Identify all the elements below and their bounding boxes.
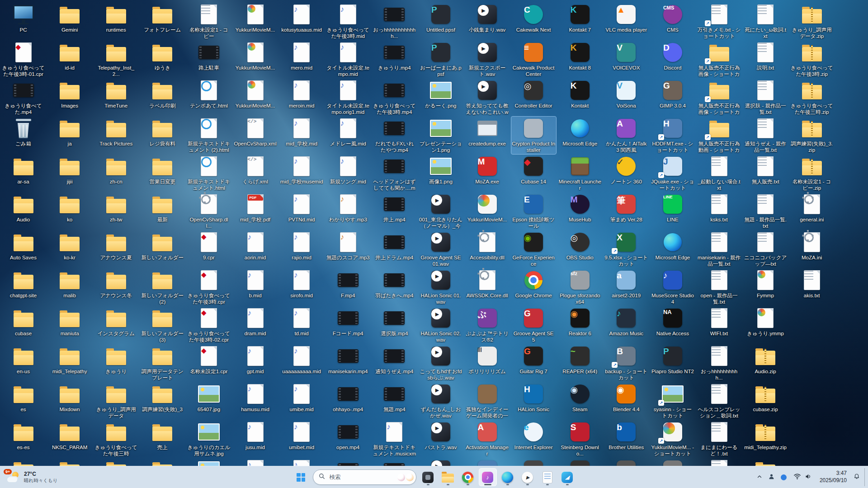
- desktop-icon[interactable]: きゅうり.mp4: [372, 41, 417, 72]
- desktop-icon[interactable]: eInternet Explorer: [511, 420, 556, 451]
- desktop-icon[interactable]: LINELINE: [650, 192, 695, 224]
- desktop-icon[interactable]: [94, 458, 138, 466]
- desktop-icon[interactable]: PUntitled.ppsf: [418, 3, 463, 34]
- desktop-icon[interactable]: Images: [47, 79, 92, 110]
- desktop-icon[interactable]: 新規テキストドキュメント (2).html: [186, 117, 231, 154]
- desktop-icon[interactable]: ▶Groove Agent SE 01.wav: [418, 230, 463, 268]
- desktop-icon[interactable]: 調声練習(失敗)_3.zip: [789, 117, 834, 154]
- desktop-icon[interactable]: きゅうり: [94, 344, 138, 375]
- desktop-icon[interactable]: midi_Telepathy.zip: [743, 420, 788, 451]
- desktop-icon[interactable]: KKontakt: [557, 79, 602, 110]
- desktop-icon[interactable]: maniuta: [47, 306, 92, 338]
- desktop-icon[interactable]: jijii: [47, 155, 92, 186]
- desktop-icon[interactable]: ♪hamusu.mid: [233, 382, 278, 413]
- desktop-icon[interactable]: </>OpenCvSharp.xml: [233, 117, 278, 148]
- desktop-icon[interactable]: ♪: [233, 458, 278, 466]
- pinned-media-app-button[interactable]: [419, 468, 437, 486]
- desktop-icon[interactable]: きゅうり.ymmp: [743, 306, 788, 338]
- desktop-icon[interactable]: ↗YukkuriMovieM... - ショートカット: [650, 420, 695, 458]
- desktop-icon[interactable]: Crypton Product Installer: [511, 117, 556, 154]
- desktop-icon[interactable]: ▲VLC media player: [604, 3, 649, 34]
- desktop-icon[interactable]: 井上ドラム.mp4: [372, 230, 417, 262]
- desktop-icon[interactable]: プレゼンテーション1.png: [418, 117, 463, 154]
- desktop-icon[interactable]: J↗JQuake.exe - ショートカット: [650, 155, 695, 192]
- desktop-icon[interactable]: ◆きゅうり食べってた午後3時.cpr: [186, 268, 231, 306]
- desktop-icon[interactable]: きゅうり_調声用データ.zip: [789, 3, 834, 40]
- desktop-icon[interactable]: ↗無人販売不正行為画像 - ショートカッ...: [697, 41, 741, 79]
- desktop-icon[interactable]: manisekarin - 親作品一覧.txt: [697, 230, 741, 268]
- desktop-icon[interactable]: AWSSDK.Core.dll: [465, 268, 509, 300]
- desktop-icon[interactable]: bBrother Utilities: [604, 420, 649, 451]
- desktop-icon[interactable]: まにまにわーるど！.txt: [697, 420, 741, 458]
- desktop-icon[interactable]: 羽ばたきへ.mp4: [372, 268, 417, 300]
- desktop-icon[interactable]: 最新: [140, 192, 185, 224]
- desktop-icon[interactable]: ▶HALion Sonic 02.wav: [418, 306, 463, 344]
- desktop-icon[interactable]: open.mp4: [326, 420, 370, 451]
- desktop-icon[interactable]: MMoZA.exe: [465, 155, 509, 186]
- desktop-icon[interactable]: ♪meroin.mid: [279, 79, 324, 110]
- desktop-icon[interactable]: SSteinberg Downlo...: [557, 420, 602, 458]
- desktop-icon[interactable]: ♪メドレー風.mid: [326, 117, 370, 148]
- desktop-icon[interactable]: ♪uaaaaaaaaa.mid: [279, 344, 324, 375]
- start-button[interactable]: [292, 468, 310, 486]
- desktop-icon[interactable]: ◉Blender 4.4: [604, 382, 649, 413]
- desktop-icon[interactable]: ♪Amazon Music: [604, 306, 649, 338]
- desktop-icon[interactable]: ko-kr: [47, 230, 92, 262]
- desktop-icon[interactable]: おっhhhhhhhhhhhh...: [372, 3, 417, 40]
- desktop-icon[interactable]: 65407.jpg: [186, 382, 231, 413]
- desktop-icon[interactable]: cubase: [1, 306, 46, 338]
- desktop-icon[interactable]: 調声用データテンプレート: [140, 344, 185, 382]
- desktop-icon[interactable]: ✓ノートン 360: [604, 155, 649, 186]
- desktop-icon[interactable]: createdump.exe: [465, 117, 509, 148]
- google-chrome-button[interactable]: [459, 468, 477, 486]
- desktop-icon[interactable]: chatgpt-site: [1, 268, 46, 300]
- desktop-icon[interactable]: おっhhhhhhhhhh...: [697, 344, 741, 382]
- desktop-icon[interactable]: Auto Saves: [1, 230, 46, 262]
- desktop-icon[interactable]: ◎Controller Editor: [511, 79, 556, 110]
- desktop-icon[interactable]: ごみ箱: [1, 117, 46, 148]
- desktop-icon[interactable]: [465, 458, 509, 466]
- desktop-icon[interactable]: ar-sa: [1, 155, 46, 186]
- desktop-icon[interactable]: ♪dram.mid: [233, 306, 278, 338]
- desktop-icon[interactable]: NKSC_PARAM: [47, 420, 92, 451]
- desktop-icon[interactable]: MMuseHub: [557, 192, 602, 224]
- desktop-icon[interactable]: B↗backup - ショートカット: [604, 344, 649, 382]
- desktop-icon[interactable]: F.mp4: [326, 268, 370, 300]
- desktop-icon[interactable]: [557, 458, 602, 466]
- desktop-icon[interactable]: 新しいフォルダー (2): [140, 268, 185, 306]
- desktop-icon[interactable]: GGuitar Rig 7: [511, 344, 556, 375]
- desktop-icon[interactable]: ◆きゅうり食べってた午後3時-01.cpr: [1, 41, 46, 78]
- desktop-icon[interactable]: ♪無題のスコア.mp3: [326, 230, 370, 262]
- desktop-icon[interactable]: ヘッドフォンはずしてても聞か....mp4: [372, 155, 417, 192]
- desktop-icon[interactable]: ko: [47, 192, 92, 224]
- desktop-icon[interactable]: 新規テキストドキュメント.html: [186, 155, 231, 192]
- desktop-icon[interactable]: X↗9.5.xlsx - ショートカット: [604, 230, 649, 268]
- desktop-icon[interactable]: KKontakt 7: [557, 3, 602, 34]
- desktop-icon[interactable]: [47, 458, 92, 466]
- desktop-icon[interactable]: きゅうりのカエル用サムネ.jpg: [186, 420, 231, 458]
- search-box[interactable]: [313, 469, 416, 485]
- desktop-icon[interactable]: インスタグラム: [94, 306, 138, 338]
- desktop-icon[interactable]: GGroove Agent SE 5: [511, 306, 556, 344]
- desktop-icon[interactable]: ♪umibet.mid: [279, 420, 324, 451]
- desktop-icon[interactable]: ♪umibe.mid: [279, 382, 324, 413]
- desktop-icon[interactable]: id-id: [47, 41, 92, 72]
- desktop-icon[interactable]: ♪rajio.mid: [279, 230, 324, 262]
- desktop-icon[interactable]: Microsoft Edge: [557, 117, 602, 148]
- desktop-icon[interactable]: Aかんたん！AITalk 3 関西風: [604, 117, 649, 154]
- desktop-icon[interactable]: ラベル印刷: [140, 79, 185, 110]
- notification-bell-button[interactable]: [851, 468, 863, 486]
- desktop-icon[interactable]: ≡Cakewalk Product Center: [511, 41, 556, 78]
- desktop-icon[interactable]: 無題.mp4: [372, 382, 417, 413]
- desktop-icon[interactable]: ◉Reaktor 6: [557, 306, 602, 338]
- desktop-icon[interactable]: ♪PVTNd.mid: [279, 192, 324, 224]
- microsoft-edge-button[interactable]: [499, 468, 517, 486]
- file-explorer-button[interactable]: [439, 468, 457, 486]
- tray-person-button[interactable]: [765, 468, 778, 486]
- desktop-icon[interactable]: レジ袋有料: [140, 117, 185, 148]
- desktop-icon[interactable]: Telepathy_Inst_2...: [94, 41, 138, 78]
- desktop-icon[interactable]: きゅうり食べてた.mp4: [1, 79, 46, 116]
- desktop-icon[interactable]: ▶ずんだもん_しおかぜ.wav: [418, 382, 463, 420]
- desktop-icon[interactable]: [604, 458, 649, 466]
- desktop-icon[interactable]: 無題 - 親作品一覧.txt: [743, 192, 788, 230]
